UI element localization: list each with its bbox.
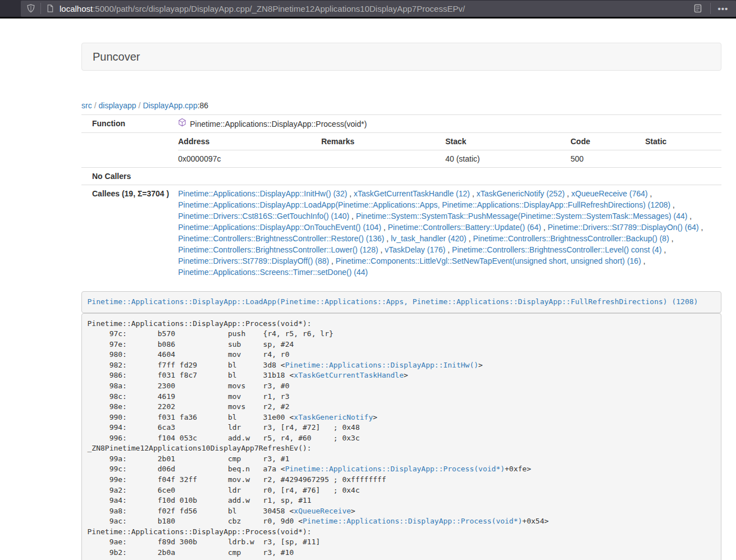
breadcrumb: src/displayapp/DisplayApp.cpp:86 [81, 100, 721, 111]
table-row-detail-headers: Address Remarks Stack Code Static [178, 133, 721, 150]
callees-list: Pinetime::Applications::DisplayApp::Init… [173, 185, 721, 281]
function-label: Function [81, 115, 173, 133]
urlbar-separator [40, 3, 41, 14]
table-row-callees: Callees (19, Σ=3704 ) Pinetime::Applicat… [81, 185, 721, 281]
urlbar-separator-right [710, 3, 711, 14]
breadcrumb-link-src[interactable]: src [81, 101, 92, 110]
app-header: Puncover [81, 43, 721, 71]
callee-link[interactable]: Pinetime::Applications::DisplayApp::OnTo… [178, 223, 381, 232]
asm-symbol-link[interactable]: Pinetime::Applications::DisplayApp::Proc… [285, 465, 505, 473]
callee-link[interactable]: Pinetime::Drivers::St7789::DisplayOff() … [178, 256, 329, 265]
asm-symbol-link[interactable]: xTaskGenericNotify [294, 413, 373, 421]
breadcrumb-separator: / [136, 101, 143, 110]
callee-link[interactable]: Pinetime::System::SystemTask::PushMessag… [356, 212, 688, 221]
no-callers-label: No Callers [81, 168, 173, 185]
callee-link[interactable]: Pinetime::Controllers::BrightnessControl… [452, 245, 661, 254]
function-cube-icon [178, 118, 186, 130]
asm-symbol-link[interactable]: xQueueReceive [294, 507, 351, 515]
col-header-stack: Stack [445, 133, 570, 150]
callee-link[interactable]: Pinetime::Applications::DisplayApp::Load… [178, 200, 670, 209]
callee-link[interactable]: vTaskDelay (176) [385, 245, 445, 254]
callee-link[interactable]: xTaskGetCurrentTaskHandle (12) [354, 189, 470, 198]
col-header-remarks: Remarks [321, 133, 445, 150]
callee-link[interactable]: Pinetime::Applications::Screens::Timer::… [178, 268, 368, 277]
callee-link[interactable]: Pinetime::Controllers::BrightnessControl… [178, 234, 384, 243]
callee-link[interactable]: Pinetime::Controllers::BrightnessControl… [473, 234, 669, 243]
callee-link[interactable]: Pinetime::Drivers::St7789::DisplayOn() (… [548, 223, 699, 232]
breadcrumb-link-displayapp[interactable]: displayapp [99, 101, 136, 110]
remarks-value [321, 150, 445, 168]
page-actions-menu-icon[interactable]: ••• [716, 1, 730, 16]
loadapp-link[interactable]: Pinetime::Applications::DisplayApp::Load… [88, 297, 698, 306]
address-value: 0x0000097c [178, 150, 321, 168]
callee-link[interactable]: Pinetime::Drivers::Cst816S::GetTouchInfo… [178, 212, 349, 221]
asm-symbol-link[interactable]: Pinetime::Applications::DisplayApp::Init… [285, 361, 478, 369]
table-row-callers: No Callers [81, 168, 721, 185]
reader-mode-icon[interactable] [691, 1, 705, 16]
details-table: Address Remarks Stack Code Static 0x0000… [178, 133, 721, 167]
function-name: Pinetime::Applications::DisplayApp::Proc… [190, 118, 367, 130]
page-title: Puncover [93, 50, 710, 63]
callees-label: Callees (19, Σ=3704 ) [81, 185, 173, 281]
asm-symbol-link[interactable]: xTaskGetCurrentTaskHandle [294, 371, 404, 379]
callee-link[interactable]: xQueueReceive (764) [572, 189, 648, 198]
static-value [645, 150, 721, 168]
url-host: localhost [60, 4, 93, 13]
callee-link[interactable]: Pinetime::Components::LittleVgl::SetNewT… [336, 256, 641, 265]
callee-link[interactable]: lv_task_handler (420) [391, 234, 467, 243]
callee-link[interactable]: Pinetime::Controllers::BrightnessControl… [178, 245, 378, 254]
callee-link[interactable]: Pinetime::Controllers::Battery::Update()… [388, 223, 541, 232]
browser-toolbar: localhost:5000/path/src/displayapp/Displ… [0, 0, 736, 19]
shield-icon[interactable] [26, 4, 35, 13]
url-path: :5000/path/src/displayapp/DisplayApp.cpp… [93, 4, 465, 13]
url-text[interactable]: localhost:5000/path/src/displayapp/Displ… [60, 4, 685, 13]
loadapp-snippet: Pinetime::Applications::DisplayApp::Load… [81, 291, 721, 313]
breadcrumb-separator: / [92, 101, 99, 110]
url-bar[interactable]: localhost:5000/path/src/displayapp/Displ… [21, 1, 736, 17]
breadcrumb-link-file[interactable]: DisplayApp.cpp [143, 101, 197, 110]
callee-link[interactable]: xTaskGenericNotify (252) [477, 189, 565, 198]
breadcrumb-line-number: :86 [198, 101, 208, 110]
table-row-detail-values: 0x0000097c 40 (static) 500 [178, 150, 721, 168]
table-row-function: Function Pinetime::Applications::Display… [81, 115, 721, 133]
disassembly: Pinetime::Applications::DisplayApp::Proc… [81, 313, 721, 560]
col-header-code: Code [570, 133, 645, 150]
table-row-details: Address Remarks Stack Code Static 0x0000… [81, 133, 721, 168]
callee-link[interactable]: Pinetime::Applications::DisplayApp::Init… [178, 189, 347, 198]
col-header-static: Static [645, 133, 721, 150]
asm-symbol-link[interactable]: Pinetime::Applications::DisplayApp::Proc… [303, 517, 522, 525]
function-table: Function Pinetime::Applications::Display… [81, 114, 721, 281]
page-icon[interactable] [46, 4, 54, 13]
stack-value: 40 (static) [445, 150, 570, 168]
code-value: 500 [570, 150, 645, 168]
col-header-address: Address [178, 133, 321, 150]
